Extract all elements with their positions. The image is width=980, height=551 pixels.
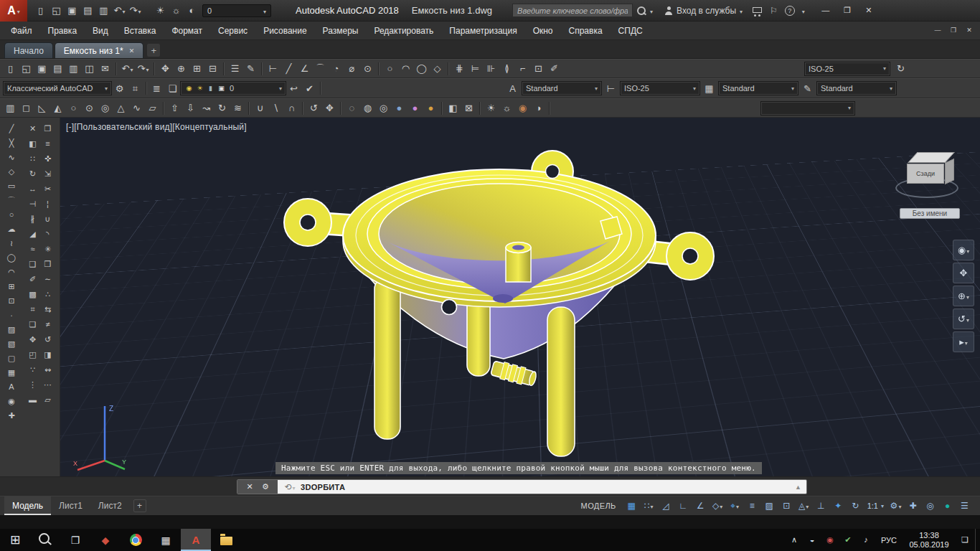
vs-hidden-icon[interactable]: ◎ <box>376 100 391 116</box>
scale-3d-icon[interactable]: ◰ <box>26 347 40 362</box>
close-command-line-icon[interactable]: ✕ <box>243 481 256 494</box>
donut-icon[interactable]: ◉ <box>4 394 19 408</box>
vs-wireframe-icon[interactable]: ◍ <box>360 100 375 116</box>
ellipse-icon[interactable]: ◯ <box>4 250 19 265</box>
offset-icon[interactable]: ≡ <box>41 136 55 151</box>
annotation-scale-settings-icon[interactable]: ⚙ <box>887 498 904 514</box>
sweep-icon[interactable]: ↝ <box>199 100 214 116</box>
layer-combo[interactable]: ◉☀▮▣ 0 <box>180 81 286 95</box>
dim-continue-icon[interactable]: ⊪ <box>484 61 499 76</box>
move-3d-icon[interactable]: ✥ <box>26 332 40 347</box>
isolate-objects-icon[interactable]: ◎ <box>922 498 938 514</box>
open-icon[interactable]: ◱ <box>49 3 64 18</box>
taskbar-clock[interactable]: 13:38 05.08.2019 <box>903 531 955 550</box>
workspace-combo[interactable]: Классический AutoCAD <box>3 81 112 95</box>
signin-button[interactable]: Вход в службы <box>664 6 743 16</box>
window-maximize-icon[interactable]: ❐ <box>837 2 858 19</box>
language-indicator[interactable]: РУС <box>876 536 902 545</box>
help-icon[interactable] <box>785 6 795 16</box>
layout-tab-layout1[interactable]: Лист1 <box>51 496 90 515</box>
scale-icon[interactable]: ⇲ <box>41 166 55 181</box>
ortho-mode-icon[interactable]: ∟ <box>675 498 692 514</box>
layer-states-icon[interactable]: ❏ <box>165 81 180 96</box>
add-selected-icon[interactable]: ✚ <box>4 408 19 423</box>
solid-cylinder-icon[interactable]: ⊙ <box>82 100 97 116</box>
array-icon[interactable]: ∷ <box>26 151 40 166</box>
dim-center-mark-icon[interactable]: ⊙ <box>360 61 375 76</box>
autocad-app-menu-button[interactable]: A <box>0 0 27 22</box>
file-tab-emkost-niz-1[interactable]: Емкость низ 1*✕ <box>55 42 143 58</box>
dim-style-combo-top[interactable]: ISO-25 <box>804 62 890 76</box>
app-explorer-icon[interactable] <box>211 529 241 551</box>
copy-icon[interactable]: ❐ <box>41 121 55 136</box>
erase-icon[interactable]: ✕ <box>26 121 40 136</box>
viewcube-side-face[interactable] <box>945 159 954 184</box>
multileader-style-icon[interactable]: ✎ <box>800 81 815 96</box>
align-icon[interactable]: ⌗ <box>26 302 40 316</box>
ucs-dialog-icon[interactable]: ⌗ <box>128 81 143 96</box>
planar-surface-icon[interactable]: ▱ <box>145 100 160 116</box>
break-icon[interactable]: ∦ <box>26 212 40 226</box>
circle-icon[interactable]: ○ <box>4 207 19 222</box>
dim-radius-icon[interactable]: ◔ <box>329 61 344 76</box>
graphics-performance-icon[interactable]: ● <box>939 498 956 514</box>
orbit-tool-icon[interactable]: ↺ <box>953 309 974 329</box>
spline-icon[interactable]: ≀ <box>4 236 19 250</box>
add-scales-icon[interactable]: ✚ <box>905 498 921 514</box>
stay-connected-icon[interactable]: ⚐ <box>770 6 778 16</box>
app-torch-icon[interactable]: ◆ <box>90 529 121 551</box>
tray-volume-icon[interactable]: ♪ <box>857 529 875 551</box>
mirror-3d-icon[interactable]: ◨ <box>41 347 55 362</box>
layer-color-icon[interactable]: ▣ <box>217 84 226 93</box>
subtract-icon[interactable]: ∖ <box>268 100 283 116</box>
window-close-icon[interactable]: ✕ <box>858 2 880 19</box>
qat-layer-box[interactable]: 0 <box>202 4 271 17</box>
viewport-controls[interactable]: [-][Пользовательский вид][Концептуальный… <box>66 122 247 132</box>
pan-tool-icon[interactable]: ✥ <box>953 263 974 283</box>
dim-break-icon[interactable]: ≬ <box>499 61 514 76</box>
dim-arc-length-icon[interactable]: ⌒ <box>313 61 328 76</box>
solid-box-icon[interactable]: ◻ <box>19 100 34 116</box>
command-customize-icon[interactable]: ⚙ <box>259 481 272 494</box>
flatshot-icon[interactable]: ⊠ <box>461 100 476 116</box>
union-icon[interactable]: ∪ <box>253 100 268 116</box>
text-style-icon[interactable]: A <box>505 81 520 96</box>
match-properties-icon[interactable]: ✎ <box>243 61 258 76</box>
model-center-pipe[interactable] <box>506 242 531 283</box>
draw-circle-tool-icon[interactable]: ○ <box>382 61 397 76</box>
app-calculator-icon[interactable]: ▦ <box>151 529 181 551</box>
multileader-style-combo[interactable]: Standard <box>816 81 897 95</box>
model-flange[interactable] <box>343 169 656 307</box>
action-center-icon[interactable]: ❏ <box>956 529 974 551</box>
vs-realistic-icon[interactable]: ● <box>392 100 407 116</box>
app-chrome-icon[interactable] <box>121 529 151 551</box>
helix-icon[interactable]: ∿ <box>129 100 144 116</box>
dim-update-icon[interactable]: ↻ <box>893 61 908 76</box>
isodraft-icon[interactable]: ◇ <box>710 498 726 514</box>
lineweight-icon[interactable]: ≡ <box>744 498 760 514</box>
solid-wedge-icon[interactable]: ◺ <box>34 100 50 116</box>
layer-previous-icon[interactable]: ↩ <box>286 81 301 96</box>
insert-block-icon[interactable]: ⊞ <box>4 279 19 293</box>
qsave-icon[interactable]: ▣ <box>65 3 80 18</box>
customization-icon[interactable]: ☰ <box>956 498 973 514</box>
multileader-icon[interactable]: ⌐ <box>515 61 530 76</box>
dim-linear-icon[interactable]: ⊢ <box>265 61 281 76</box>
divide-icon[interactable]: ⋮ <box>26 377 40 392</box>
layer-thaw-icon[interactable]: ☀ <box>195 84 204 93</box>
menu-file[interactable]: Файл <box>3 22 40 40</box>
multiline-text-icon[interactable]: A <box>4 380 19 394</box>
materials-browser-icon[interactable]: ◉ <box>515 100 530 116</box>
point-icon[interactable]: ∙ <box>4 308 19 322</box>
contrast-icon[interactable]: ◐ <box>184 3 199 18</box>
trim-icon[interactable]: ✂ <box>41 182 55 196</box>
ungroup-icon[interactable]: ❒ <box>41 257 55 271</box>
new-layout-button[interactable]: + <box>133 499 146 512</box>
drawing-viewport[interactable]: [-][Пользовательский вид][Концептуальный… <box>60 118 980 476</box>
polar-tracking-icon[interactable]: ∠ <box>692 498 709 514</box>
text-style-combo[interactable]: Standard <box>522 81 602 95</box>
viewcube[interactable]: Сзади <box>891 136 963 208</box>
named-view-pill[interactable]: Без имени <box>900 208 960 219</box>
selection-cycling-icon[interactable]: ⊡ <box>778 498 795 514</box>
menu-draw[interactable]: Рисование <box>255 22 314 40</box>
